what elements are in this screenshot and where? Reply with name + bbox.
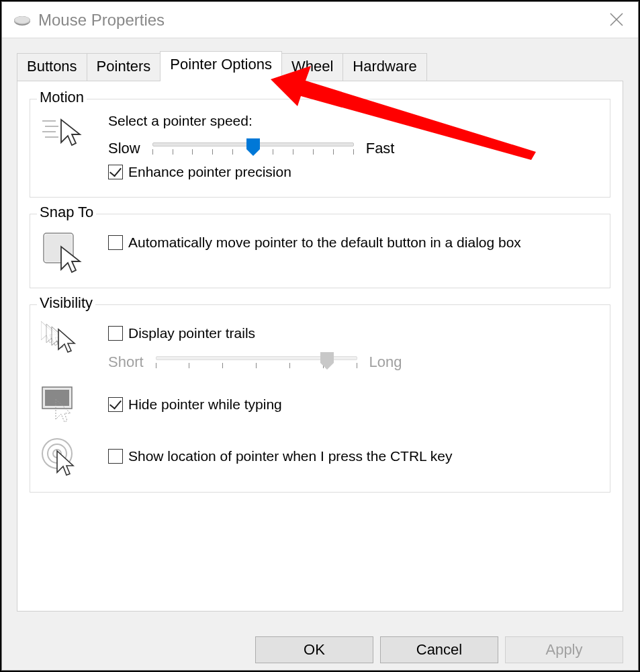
tab-wheel[interactable]: Wheel — [281, 53, 343, 81]
tab-pointers[interactable]: Pointers — [87, 53, 161, 81]
hide-pointer-label: Hide pointer while typing — [128, 395, 282, 413]
speed-slow-label: Slow — [108, 140, 140, 157]
display-trails-checkbox[interactable]: Display pointer trails — [108, 324, 599, 342]
close-icon[interactable] — [604, 7, 629, 32]
ctrl-locate-icon — [41, 437, 84, 481]
ctrl-locate-label: Show location of pointer when I press th… — [128, 447, 452, 465]
trail-length-slider — [156, 356, 357, 368]
apply-button: Apply — [505, 636, 623, 663]
hide-pointer-icon — [41, 386, 84, 427]
group-visibility-title: Visibility — [37, 294, 95, 312]
trail-long-label: Long — [369, 353, 402, 371]
enhance-precision-checkbox[interactable]: Enhance pointer precision — [108, 163, 599, 181]
pointer-speed-slider[interactable] — [152, 142, 354, 155]
dialog-window: Mouse Properties Buttons Pointers Pointe… — [1, 1, 639, 671]
tab-strip: Buttons Pointers Pointer Options Wheel H… — [17, 53, 638, 81]
group-motion-title: Motion — [37, 89, 87, 106]
snap-to-checkbox[interactable]: Automatically move pointer to the defaul… — [108, 233, 599, 251]
trail-short-label: Short — [108, 353, 144, 371]
speed-fast-label: Fast — [366, 140, 395, 157]
svg-rect-12 — [45, 390, 69, 406]
group-visibility: Visibility Display po — [30, 304, 610, 492]
display-trails-label: Display pointer trails — [128, 324, 255, 342]
group-snap-to: Snap To Automatically move pointer to — [30, 214, 610, 288]
window-title: Mouse Properties — [38, 11, 165, 30]
tab-panel: Motion Select a pointer speed — [17, 81, 623, 612]
tab-hardware[interactable]: Hardware — [342, 53, 426, 81]
tab-buttons[interactable]: Buttons — [17, 53, 87, 81]
pointer-trails-icon — [41, 321, 89, 360]
svg-point-2 — [15, 16, 30, 23]
mouse-icon — [10, 14, 32, 26]
pointer-speed-label: Select a pointer speed: — [108, 113, 599, 129]
ctrl-locate-checkbox[interactable]: Show location of pointer when I press th… — [108, 447, 599, 465]
snap-to-icon — [41, 230, 84, 277]
cancel-button[interactable]: Cancel — [380, 636, 498, 663]
ok-button[interactable]: OK — [255, 636, 373, 663]
hide-pointer-checkbox[interactable]: Hide pointer while typing — [108, 395, 599, 413]
group-snap-title: Snap To — [37, 204, 96, 221]
cursor-speed-icon — [41, 116, 88, 150]
dialog-footer: OK Cancel Apply — [255, 636, 623, 663]
enhance-precision-label: Enhance pointer precision — [128, 163, 291, 181]
titlebar: Mouse Properties — [2, 2, 638, 38]
snap-to-label: Automatically move pointer to the defaul… — [128, 233, 521, 251]
tab-pointer-options[interactable]: Pointer Options — [160, 51, 282, 81]
group-motion: Motion Select a pointer speed — [30, 99, 610, 198]
